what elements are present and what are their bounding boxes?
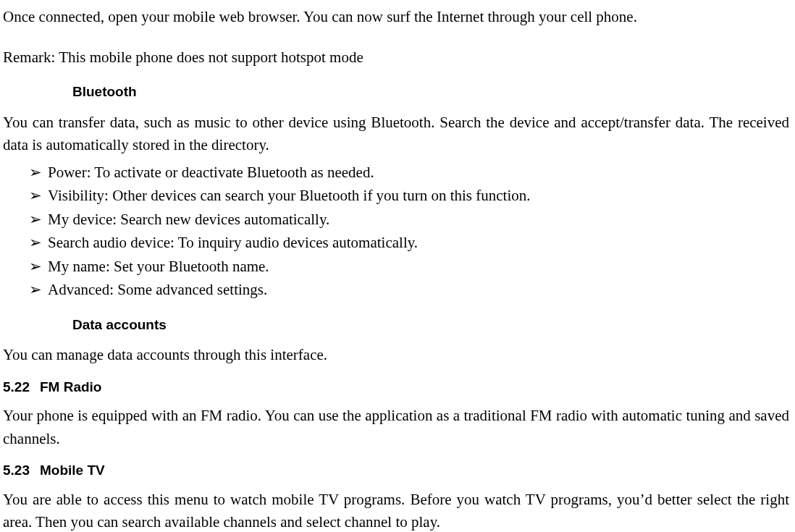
bullet-icon: ➢: [29, 232, 42, 255]
list-item: ➢ Advanced: Some advanced settings.: [29, 279, 789, 302]
bullet-icon: ➢: [29, 256, 42, 279]
list-item: ➢ Visibility: Other devices can search y…: [29, 185, 789, 208]
list-item: ➢ Search audio device: To inquiry audio …: [29, 232, 789, 255]
list-item: ➢ My device: Search new devices automati…: [29, 208, 789, 232]
list-item-text: My device: Search new devices automatica…: [48, 208, 329, 232]
data-accounts-heading: Data accounts: [72, 315, 789, 336]
fm-radio-heading: 5.22FM Radio: [3, 377, 789, 398]
list-item-text: Visibility: Other devices can search you…: [48, 185, 531, 208]
bluetooth-paragraph: You can transfer data, such as music to …: [3, 111, 789, 157]
remark-paragraph: Remark: This mobile phone does not suppo…: [3, 46, 789, 69]
list-item: ➢ Power: To activate or deactivate Bluet…: [29, 161, 789, 185]
section-number: 5.22: [3, 379, 30, 394]
fm-radio-paragraph: Your phone is equipped with an FM radio.…: [3, 405, 789, 450]
bluetooth-bullet-list: ➢ Power: To activate or deactivate Bluet…: [29, 161, 789, 302]
bullet-icon: ➢: [29, 279, 42, 302]
list-item-text: Search audio device: To inquiry audio de…: [48, 232, 418, 255]
data-accounts-paragraph: You can manage data accounts through thi…: [3, 344, 789, 367]
list-item-text: Advanced: Some advanced settings.: [48, 279, 267, 302]
bluetooth-heading: Bluetooth: [72, 82, 789, 103]
intro-paragraph: Once connected, open your mobile web bro…: [3, 6, 789, 29]
list-item-text: My name: Set your Bluetooth name.: [48, 256, 269, 279]
list-item: ➢ My name: Set your Bluetooth name.: [29, 256, 789, 279]
bullet-icon: ➢: [29, 208, 42, 232]
section-number: 5.23: [3, 463, 30, 478]
list-item-text: Power: To activate or deactivate Bluetoo…: [48, 161, 374, 185]
section-title: FM Radio: [40, 379, 102, 394]
mobile-tv-paragraph: You are able to access this menu to watc…: [3, 489, 789, 533]
mobile-tv-heading: 5.23Mobile TV: [3, 460, 789, 481]
section-title: Mobile TV: [40, 463, 105, 478]
bullet-icon: ➢: [29, 185, 42, 208]
bullet-icon: ➢: [29, 161, 42, 185]
